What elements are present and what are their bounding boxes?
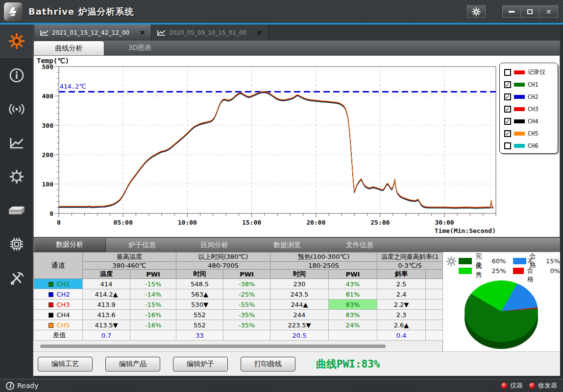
pie-legend-pct: 25% (490, 267, 506, 275)
pie-legend-pct: 15% (543, 257, 560, 265)
analysis-tab-炉子信息[interactable]: 炉子信息 (106, 238, 178, 252)
minimize-button[interactable] (502, 5, 521, 18)
table-cell (329, 330, 377, 341)
pie-legend-优秀: 优秀25% (459, 266, 506, 276)
col-header: 时间 (176, 270, 223, 279)
table-cell: -16% (130, 310, 176, 320)
sidebar-item-settings[interactable] (0, 160, 33, 193)
table-cell: 33 (176, 330, 223, 341)
legend-checkbox-CH6[interactable] (504, 142, 511, 149)
channel-cell-CH4[interactable]: CH4 (34, 310, 83, 320)
svg-text:10:00: 10:00 (178, 219, 197, 226)
action-button-row: 编辑工艺编辑产品编辑炉子打印曲线曲线PWI:83% (33, 351, 560, 376)
status-led-icon (529, 382, 536, 389)
close-tab-icon[interactable]: ✕ (140, 29, 145, 36)
table-cell: 244▲ (270, 300, 329, 310)
sidebar (0, 24, 33, 379)
view-tab-3D图表[interactable]: 3D图表 (104, 41, 175, 55)
file-tab[interactable]: 2020_05_09_10_15_01_00✕ (151, 24, 269, 41)
temperature-chart[interactable]: 005:0010:0015:0020:0025:0030:00010020030… (34, 56, 560, 238)
sidebar-item-system-settings[interactable] (0, 24, 33, 58)
group-header: 最高温度 (83, 253, 176, 262)
legend-checkbox-记录仪[interactable] (504, 69, 511, 76)
close-tab-icon[interactable]: ✕ (257, 29, 262, 36)
table-row-CH3[interactable]: CH3413.9-15%530▼-55%244▲83%2.2▼ (34, 300, 443, 310)
status-info-icon: i (6, 382, 14, 390)
channel-color-swatch (49, 292, 53, 297)
col-header: PWI (130, 270, 176, 279)
pie-legend-swatch (459, 268, 472, 274)
sidebar-item-wireless[interactable] (0, 92, 33, 126)
view-tab-曲线分析[interactable]: 曲线分析 (33, 41, 104, 55)
legend-item-CH3: ✓CH3 (504, 104, 558, 114)
table-cell: -16% (130, 320, 176, 330)
pie-settings-gear-icon[interactable] (446, 256, 457, 269)
analysis-tab-数据浏览[interactable]: 数据浏览 (251, 238, 323, 252)
legend-swatch (514, 70, 525, 74)
table-cell: 244 (270, 310, 329, 320)
legend-item-CH2: ✓CH2 (504, 92, 558, 102)
group-header: 以上时间(380℃) (176, 253, 270, 262)
table-hscrollbar-thumb[interactable] (40, 345, 386, 348)
sidebar-item-info[interactable] (0, 58, 33, 92)
status-led-icon (501, 382, 508, 389)
settings-gear-button[interactable] (467, 5, 486, 18)
svg-text:Time(Min:Second): Time(Min:Second) (435, 227, 496, 234)
analysis-tab-区间分析[interactable]: 区间分析 (178, 238, 251, 252)
channel-cell-CH2[interactable]: CH2 (34, 289, 83, 300)
legend-swatch (514, 132, 525, 136)
button-打印曲线[interactable]: 打印曲线 (241, 357, 295, 371)
analysis-tab-数据分析[interactable]: 数据分析 (33, 238, 106, 252)
svg-text:400: 400 (42, 92, 54, 100)
line-chart-icon (8, 135, 25, 151)
status-bar: i Ready 仪器收发器 (0, 379, 563, 392)
table-cell: 20.5 (270, 330, 329, 341)
analysis-tab-文件信息[interactable]: 文件信息 (323, 238, 396, 252)
legend-checkbox-CH5[interactable]: ✓ (504, 130, 511, 137)
title-bar: Bathrive 炉温分析系统 ✕ (0, 0, 563, 24)
table-row-CH2[interactable]: CH2414.2▲-14%563▲-25%243.581%2.4 (34, 289, 443, 300)
svg-text:20:00: 20:00 (306, 219, 325, 226)
sidebar-item-furnace[interactable] (0, 193, 33, 227)
channel-cell-CH1[interactable]: CH1 (34, 279, 83, 289)
button-编辑炉子[interactable]: 编辑炉子 (173, 357, 228, 371)
channel-cell-CH5[interactable]: CH5 (34, 320, 83, 330)
legend-checkbox-CH1[interactable]: ✓ (504, 81, 511, 88)
maximize-button[interactable] (521, 5, 539, 18)
table-row-CH5[interactable]: CH5413.5▼-16%552-35%223.5▼24%2.6▲ (34, 320, 443, 330)
status-message: Ready (17, 382, 38, 390)
table-cell: 563▲ (176, 289, 223, 300)
legend-checkbox-CH2[interactable]: ✓ (504, 93, 511, 100)
pie-legend: 完美60%优秀25%合格15%不合格0% (459, 256, 560, 276)
status-收发器: 收发器 (529, 381, 557, 390)
table-row-差值[interactable]: 差值0.73320.50.4 (34, 330, 443, 341)
table-cell: -35% (223, 320, 270, 330)
sidebar-item-chip[interactable] (0, 227, 33, 261)
legend-swatch (514, 107, 525, 111)
channel-cell-差值[interactable]: 差值 (34, 330, 83, 341)
maximize-icon (527, 9, 533, 14)
svg-text:200: 200 (42, 151, 54, 159)
window-title: Bathrive 炉温分析系统 (28, 6, 134, 18)
pie-top (465, 280, 538, 342)
file-tab[interactable]: 2021_01_15_12_42_12_00✕ (34, 24, 151, 41)
table-hscrollbar-track[interactable] (33, 341, 442, 351)
analysis-tab-bar: 数据分析炉子信息区间分析数据浏览文件信息 (33, 237, 560, 252)
table-row-CH1[interactable]: CH1414-15%548.5-38%23043%2.5 (34, 279, 443, 289)
table-row-CH4[interactable]: CH4413.6-16%552-35%24483%2.3 (34, 310, 443, 320)
sidebar-item-tools[interactable] (0, 261, 33, 295)
table-cell: 2.3 (377, 310, 426, 320)
close-button[interactable]: ✕ (539, 5, 558, 18)
button-编辑工艺[interactable]: 编辑工艺 (38, 357, 93, 371)
table-cell: 413.6 (83, 310, 130, 320)
button-编辑产品[interactable]: 编辑产品 (105, 357, 160, 371)
legend-checkbox-CH3[interactable]: ✓ (504, 106, 511, 113)
legend-swatch (514, 119, 525, 123)
svg-text:Temp(℃): Temp(℃) (37, 57, 69, 65)
legend-label: CH6 (528, 142, 539, 149)
col-header (426, 270, 443, 279)
sidebar-item-curve-analysis[interactable] (0, 126, 33, 160)
channel-cell-CH3[interactable]: CH3 (34, 300, 83, 310)
legend-checkbox-CH4[interactable]: ✓ (504, 118, 511, 125)
table-cell (426, 310, 443, 320)
